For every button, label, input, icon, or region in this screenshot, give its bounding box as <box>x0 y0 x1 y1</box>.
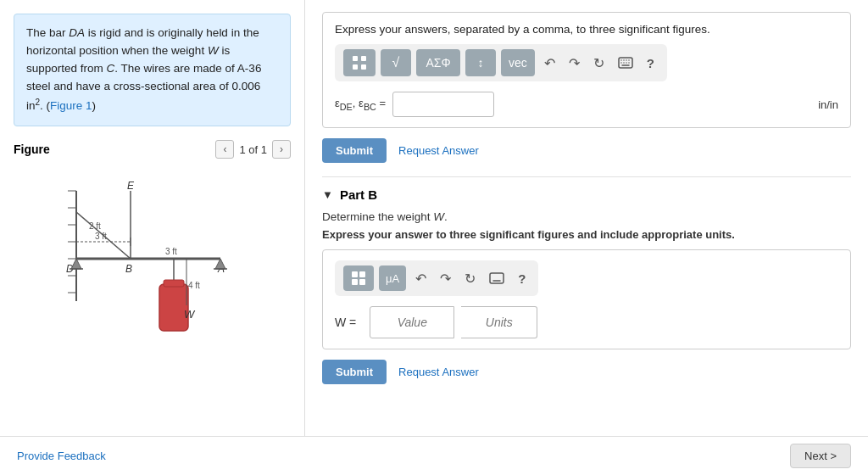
svg-rect-45 <box>352 271 358 277</box>
part-a-request-answer-link[interactable]: Request Answer <box>398 144 479 157</box>
sigma-button[interactable]: ΑΣΦ <box>416 49 460 76</box>
svg-text:3 ft: 3 ft <box>165 247 177 256</box>
part-b-express-text: Express your answer to three significant… <box>322 228 851 241</box>
part-b-section: ▼ Part B Determine the weight W. Express… <box>322 187 851 384</box>
svg-text:3 ft: 3 ft <box>95 232 107 241</box>
svg-rect-48 <box>359 279 365 285</box>
part-b-header: ▼ Part B <box>322 187 851 202</box>
part-b-refresh-button[interactable]: ↻ <box>460 267 480 290</box>
figure-section: Figure ‹ 1 of 1 › <box>14 140 291 422</box>
part-b-help-label: ? <box>518 271 526 286</box>
figure-svg: E D B A 3 ft <box>42 165 263 352</box>
right-panel: Express your answers, separated by a com… <box>305 0 868 436</box>
part-a-input-row: εDE, εBC = in/in <box>335 92 838 117</box>
redo-button[interactable]: ↷ <box>565 52 584 75</box>
figure-prev-button[interactable]: ‹ <box>215 140 234 159</box>
arrows-icon: ↕ <box>478 56 484 70</box>
undo-button[interactable]: ↶ <box>540 52 559 75</box>
help-button[interactable]: ? <box>643 53 659 74</box>
next-label: Next > <box>804 450 837 462</box>
vec-label: vec <box>509 56 527 70</box>
part-a-input[interactable] <box>392 92 494 117</box>
part-b-determine-text: Determine the weight W. <box>322 210 851 223</box>
keyboard-icon <box>618 57 633 69</box>
svg-text:2 ft: 2 ft <box>89 221 101 231</box>
refresh-button[interactable]: ↻ <box>589 52 609 75</box>
part-b-input-row: W = <box>335 306 838 338</box>
part-a-action-row: Submit Request Answer <box>322 138 851 163</box>
svg-text:4 ft: 4 ft <box>188 281 200 290</box>
part-a-submit-button[interactable]: Submit <box>322 138 387 163</box>
svg-text:E: E <box>127 180 135 192</box>
collapse-arrow[interactable]: ▼ <box>322 188 333 201</box>
sigma-label: ΑΣΦ <box>426 56 450 70</box>
part-b-toolbar: μA ↶ ↷ ↻ <box>335 260 538 296</box>
svg-rect-49 <box>490 273 504 283</box>
figure-next-button[interactable]: › <box>272 140 291 159</box>
part-b-value-input[interactable] <box>370 306 454 338</box>
part-b-keyboard-icon <box>489 272 504 284</box>
footer: Provide Feedback Next > <box>0 436 868 475</box>
next-button[interactable]: Next > <box>790 444 851 468</box>
svg-rect-47 <box>352 279 358 285</box>
radical-button[interactable]: √ <box>381 49 411 76</box>
problem-description: The bar DA is rigid and is originally he… <box>14 14 291 126</box>
svg-rect-33 <box>353 64 358 70</box>
radical-icon: √ <box>392 55 400 70</box>
part-b-w-label: W = <box>335 316 356 329</box>
keyboard-button[interactable] <box>614 53 637 72</box>
svg-rect-34 <box>361 64 366 70</box>
figure-nav: ‹ 1 of 1 › <box>215 140 291 159</box>
figure-diagram: E D B A 3 ft <box>14 165 291 352</box>
part-b-action-row: Submit Request Answer <box>322 360 851 384</box>
part-a-unit: in/in <box>818 98 838 111</box>
part-b-submit-button[interactable]: Submit <box>322 360 387 384</box>
left-panel: The bar DA is rigid and is originally he… <box>0 0 305 436</box>
svg-rect-27 <box>164 280 184 287</box>
part-a-answer-box: Express your answers, separated by a com… <box>322 12 851 128</box>
part-b-mu-button[interactable]: μA <box>379 265 406 291</box>
matrix-icon <box>351 54 368 71</box>
part-b-heading: Part B <box>340 187 377 202</box>
part-separator <box>322 176 851 177</box>
part-b-grid-button[interactable] <box>343 265 374 291</box>
part-a-toolbar: √ ΑΣΦ ↕ vec ↶ ↷ ↻ <box>335 44 667 81</box>
part-b-help-button[interactable]: ? <box>514 268 530 289</box>
part-b-answer-box: μA ↶ ↷ ↻ <box>322 249 851 349</box>
mu-label: μA <box>386 272 399 285</box>
svg-rect-32 <box>361 56 366 61</box>
part-a-label: εDE, εBC = <box>335 97 386 112</box>
part-b-request-answer-link[interactable]: Request Answer <box>398 366 479 378</box>
part-b-grid-icon <box>350 270 367 287</box>
matrix-button[interactable] <box>343 49 376 76</box>
figure-header: Figure ‹ 1 of 1 › <box>14 140 291 159</box>
svg-text:B: B <box>125 263 132 275</box>
arrows-button[interactable]: ↕ <box>465 49 496 76</box>
problem-text-content: The bar DA is rigid and is originally he… <box>26 26 261 112</box>
part-b-units-input[interactable] <box>461 306 537 338</box>
svg-rect-31 <box>353 56 358 61</box>
part-b-undo-button[interactable]: ↶ <box>411 267 431 290</box>
provide-feedback-link[interactable]: Provide Feedback <box>17 450 106 462</box>
svg-rect-46 <box>359 271 365 277</box>
svg-text:W: W <box>184 308 196 321</box>
part-a-instruction: Express your answers, separated by a com… <box>335 23 838 36</box>
figure-title: Figure <box>14 142 50 156</box>
help-label: ? <box>647 56 654 70</box>
vec-button[interactable]: vec <box>501 49 535 76</box>
figure-count: 1 of 1 <box>239 143 267 156</box>
part-b-keyboard-button[interactable] <box>485 269 509 288</box>
figure-link[interactable]: Figure 1 <box>50 99 92 112</box>
part-b-redo-button[interactable]: ↷ <box>436 267 455 290</box>
